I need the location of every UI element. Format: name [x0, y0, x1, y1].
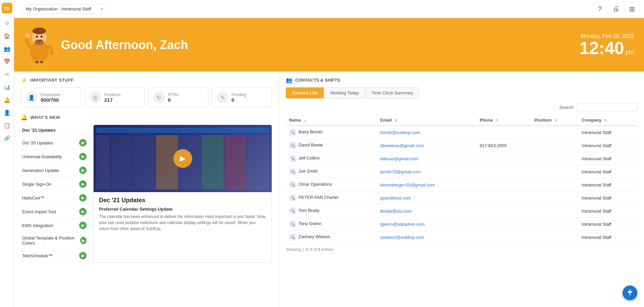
arrow-icon-sso: ▶: [79, 180, 87, 188]
sidebar-item-calendar[interactable]: 📅: [1, 56, 13, 67]
right-panel: 👥 CONTACTS & SHIFTS Contact List Working…: [279, 72, 644, 307]
contacts-icon: 👥: [286, 77, 292, 83]
row-search-icon[interactable]: 🔍: [289, 207, 297, 215]
arrow-icon-teleschedule: ▶: [79, 252, 87, 259]
video-play-button[interactable]: ▶: [173, 149, 192, 168]
stat-pending[interactable]: ✎ Pending 0: [212, 87, 272, 107]
org-selector[interactable]: My Organization - Intramural Staff ▾: [21, 4, 108, 14]
tab-time-clock-summary[interactable]: Time Clock Summary: [365, 87, 420, 98]
left-panel: ⚡ IMPORTANT STUFF 👤 Employees 500/700 ◎ …: [14, 72, 279, 307]
table-row: 🔍Jeff Collins ddscas@gmail.com Intramura…: [286, 152, 637, 165]
table-footer: Showing 1 to 9 of 9 entries: [286, 247, 637, 252]
sidebar-item-tasks[interactable]: 📋: [1, 120, 13, 131]
news-item-eventimport[interactable]: Event Import Tool ▶: [21, 205, 88, 219]
arrow-icon-generation: ▶: [79, 167, 87, 174]
arrow-icon-hellocert: ▶: [79, 194, 87, 202]
sidebar-item-settings[interactable]: ⚙: [1, 17, 13, 29]
stat-employees[interactable]: 👤 Employees 500/700: [21, 87, 81, 107]
news-item-generation[interactable]: Generation Update ▶: [21, 164, 88, 177]
arrow-icon-ems: ▶: [79, 222, 87, 229]
th-email[interactable]: Email ⇅: [377, 115, 476, 126]
hero-greeting: Good Afternoon, Zach: [61, 38, 188, 52]
hero-datetime: Monday, Feb 28, 2022 12:40 pm: [580, 33, 634, 57]
search-row: Search:: [286, 103, 637, 112]
sidebar-item-integrations[interactable]: 🔗: [1, 132, 13, 144]
news-item-global-template[interactable]: Global Template & Position Colors ▶: [21, 232, 88, 249]
row-search-icon[interactable]: 🔍: [289, 194, 297, 202]
table-row: 🔍PETER PAN Charter ppan@test.com Intramu…: [286, 191, 637, 205]
news-video-player: ▶: [94, 125, 272, 192]
hero-left: Good Afternoon, Zach: [24, 25, 188, 65]
hero-banner: Good Afternoon, Zach Monday, Feb 28, 202…: [14, 18, 644, 72]
row-search-icon[interactable]: 🔍: [289, 155, 297, 162]
row-search-icon[interactable]: 🔍: [289, 181, 297, 188]
pending-icon: ✎: [217, 92, 228, 103]
email-link[interactable]: liamroberge+50@gmail.com: [380, 182, 435, 187]
mascot: [24, 25, 54, 65]
stat-positions[interactable]: ◎ Positions 217: [85, 87, 145, 107]
email-link[interactable]: zwatson@subitup.com: [380, 235, 424, 240]
news-item-teleschedule[interactable]: TeleSchedule™ ▶: [21, 249, 88, 263]
sidebar: up ⚙ 🏠 👥 📅 ✉ 📊 🔔 👤 📋 🔗: [0, 0, 14, 307]
row-search-icon[interactable]: 🔍: [289, 220, 297, 228]
bell-icon: 🔔: [21, 114, 28, 121]
svg-point-9: [629, 290, 631, 291]
row-search-icon[interactable]: 🔍: [289, 233, 297, 241]
news-item-sso[interactable]: Single Sign-On ▶: [21, 177, 88, 191]
whats-new-layout: Dec '21 Updates Oct '20 Updates ▶ Univer…: [21, 125, 272, 263]
stat-rtos[interactable]: ↻ RTOs 0: [148, 87, 209, 107]
important-stuff-header: ⚡ IMPORTANT STUFF: [21, 77, 272, 83]
app-logo[interactable]: up: [2, 3, 12, 13]
print-icon[interactable]: 🖨: [610, 4, 621, 14]
row-search-icon[interactable]: 🔍: [289, 168, 297, 175]
th-company[interactable]: Company ⇅: [578, 115, 637, 126]
sidebar-item-reports[interactable]: 📊: [1, 81, 13, 93]
video-overlay: ▶: [94, 125, 272, 192]
th-phone[interactable]: Phone ⇅: [476, 115, 531, 126]
stats-row: 👤 Employees 500/700 ◎ Positions 217 ↻: [21, 87, 272, 107]
news-item-oct20[interactable]: Oct '20 Updates ▶: [21, 136, 88, 150]
tab-working-today[interactable]: Working Today: [324, 87, 365, 98]
sidebar-item-notifications[interactable]: 🔔: [1, 94, 13, 105]
contacts-header: 👥 CONTACTS & SHIFTS: [286, 77, 637, 83]
news-item-ems[interactable]: EMS Integration ▶: [21, 219, 88, 232]
search-input[interactable]: [577, 103, 637, 112]
arrow-icon-eventimport: ▶: [79, 208, 87, 215]
sidebar-item-home[interactable]: 🏠: [1, 30, 13, 42]
svg-rect-8: [40, 61, 43, 63]
email-link[interactable]: ddscas@gmail.com: [380, 156, 418, 161]
news-list: Dec '21 Updates Oct '20 Updates ▶ Univer…: [21, 125, 88, 263]
email-link[interactable]: tbrady@siu.com: [380, 209, 412, 214]
email-link[interactable]: tgwinn@sdpadres.com: [380, 222, 424, 227]
email-link[interactable]: ppan@test.com: [380, 195, 411, 201]
email-link[interactable]: jsmith79@gmail.com: [380, 169, 421, 174]
row-search-icon[interactable]: 🔍: [289, 142, 297, 149]
topbar-actions: ? 🖨 ⊞: [594, 4, 637, 14]
news-item-hellocert[interactable]: HelloCert™ ▶: [21, 191, 88, 205]
help-icon[interactable]: ?: [594, 4, 605, 14]
email-link[interactable]: dbowiesiu@gmail.com: [380, 143, 424, 148]
org-dropdown-icon: ▾: [101, 6, 103, 11]
email-link[interactable]: bonds@subitup.com: [380, 130, 420, 135]
news-item-universal[interactable]: Universal Availability ▶: [21, 150, 88, 164]
arrow-icon-universal: ▶: [79, 153, 87, 160]
hero-time-display: 12:40 pm: [580, 39, 634, 57]
svg-point-2: [36, 36, 38, 38]
row-search-icon[interactable]: 🔍: [289, 129, 297, 136]
svg-rect-7: [35, 61, 39, 63]
sidebar-item-profile[interactable]: 👤: [1, 107, 13, 118]
main-area: My Organization - Intramural Staff ▾ ? 🖨…: [14, 0, 644, 307]
th-position[interactable]: Position ⇅: [531, 115, 578, 126]
employees-icon: 👤: [26, 92, 37, 103]
sidebar-item-people[interactable]: 👥: [1, 43, 13, 54]
svg-point-5: [33, 28, 46, 34]
arrow-icon-global: ▶: [80, 237, 87, 244]
sidebar-item-mail[interactable]: ✉: [1, 69, 13, 80]
tab-contact-list[interactable]: Contact List: [286, 87, 324, 98]
news-item-dec21[interactable]: Dec '21 Updates: [21, 125, 88, 136]
apps-grid-icon[interactable]: ⊞: [627, 4, 637, 14]
accessibility-button[interactable]: [623, 286, 637, 300]
topbar: My Organization - Intramural Staff ▾ ? 🖨…: [14, 0, 644, 18]
content-area: ⚡ IMPORTANT STUFF 👤 Employees 500/700 ◎ …: [14, 72, 644, 307]
th-name[interactable]: Name ▲: [286, 115, 377, 126]
